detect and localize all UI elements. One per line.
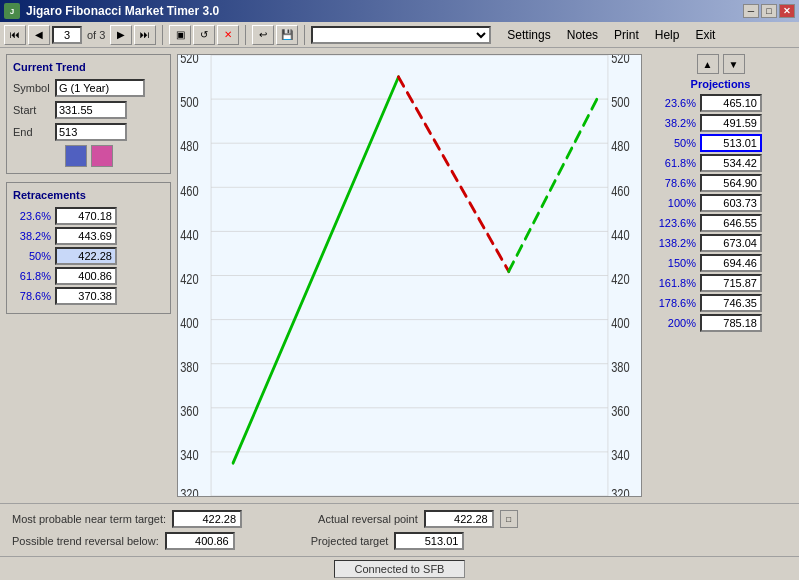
retrace-label-0: 23.6% <box>13 210 51 222</box>
retrace-value-4: 370.38 <box>55 287 117 305</box>
proj-row: 50% 513.01 <box>648 134 793 152</box>
proj-value-7: 673.04 <box>700 234 762 252</box>
separator-2 <box>245 25 246 45</box>
nav-prev-button[interactable]: ◀ <box>28 25 50 45</box>
toolbar-nav[interactable]: ⏮ ◀ of 3 ▶ ⏭ ▣ ↺ ✕ ↩ 💾 <box>4 25 491 45</box>
symbol-label: Symbol <box>13 82 55 94</box>
nav-next-button[interactable]: ▶ <box>110 25 132 45</box>
main-content: Current Trend Symbol Start End <box>0 48 799 580</box>
nav-first-button[interactable]: ⏮ <box>4 25 26 45</box>
minimize-button[interactable]: ─ <box>743 4 759 18</box>
proj-row: 61.8% 534.42 <box>648 154 793 172</box>
color-pink-btn[interactable] <box>91 145 113 167</box>
maximize-button[interactable]: □ <box>761 4 777 18</box>
retrace-row: 50% 422.28 <box>13 247 164 265</box>
svg-text:380: 380 <box>611 360 629 375</box>
proj-value-8: 694.46 <box>700 254 762 272</box>
projected-target-label: Projected target <box>311 535 389 547</box>
proj-label-0: 23.6% <box>648 97 696 109</box>
color-blue-btn[interactable] <box>65 145 87 167</box>
status-text: Connected to SFB <box>334 560 466 578</box>
svg-text:420: 420 <box>180 272 198 287</box>
proj-label-4: 78.6% <box>648 177 696 189</box>
title-bar-left: J Jigaro Fibonacci Market Timer 3.0 <box>4 3 219 19</box>
stop-btn[interactable]: ✕ <box>217 25 239 45</box>
proj-row: 23.6% 465.10 <box>648 94 793 112</box>
start-input[interactable] <box>55 101 127 119</box>
proj-value-6: 646.55 <box>700 214 762 232</box>
svg-text:360: 360 <box>611 404 629 419</box>
svg-text:460: 460 <box>180 183 198 198</box>
proj-value-11: 785.18 <box>700 314 762 332</box>
proj-title: Projections <box>648 78 793 90</box>
menu-print[interactable]: Print <box>606 26 647 44</box>
save-btn[interactable]: 💾 <box>276 25 298 45</box>
svg-text:440: 440 <box>180 228 198 243</box>
page-of-label: of 3 <box>87 29 105 41</box>
proj-value-4: 564.90 <box>700 174 762 192</box>
title-bar-controls[interactable]: ─ □ ✕ <box>743 4 795 18</box>
actual-reversal-item: Actual reversal point 422.28 □ <box>318 510 518 528</box>
retrace-value-0: 470.18 <box>55 207 117 225</box>
proj-value-3: 534.42 <box>700 154 762 172</box>
projected-target-value: 513.01 <box>394 532 464 550</box>
svg-text:460: 460 <box>611 183 629 198</box>
svg-text:440: 440 <box>611 228 629 243</box>
symbol-input[interactable] <box>55 79 145 97</box>
nav-dropdown[interactable] <box>311 26 491 44</box>
summary-row-2: Possible trend reversal below: 400.86 Pr… <box>12 532 787 550</box>
start-row: Start <box>13 101 164 119</box>
close-button[interactable]: ✕ <box>779 4 795 18</box>
separator-3 <box>304 25 305 45</box>
menu-notes[interactable]: Notes <box>559 26 606 44</box>
proj-label-1: 38.2% <box>648 117 696 129</box>
svg-text:400: 400 <box>180 316 198 331</box>
page-input[interactable] <box>52 26 82 44</box>
right-panel: ▲ ▼ Projections 23.6% 465.10 38.2% 491.5… <box>648 54 793 497</box>
retrace-label-3: 61.8% <box>13 270 51 282</box>
proj-down-btn[interactable]: ▼ <box>723 54 745 74</box>
menu-settings[interactable]: Settings <box>499 26 558 44</box>
actual-reversal-label: Actual reversal point <box>318 513 418 525</box>
reversal-below-label: Possible trend reversal below: <box>12 535 159 547</box>
proj-row: 38.2% 491.59 <box>648 114 793 132</box>
retrace-label-1: 38.2% <box>13 230 51 242</box>
svg-text:400: 400 <box>611 316 629 331</box>
proj-controls[interactable]: ▲ ▼ <box>648 54 793 74</box>
status-bar: Connected to SFB <box>0 556 799 580</box>
app-icon: J <box>4 3 20 19</box>
svg-text:320: 320 <box>180 487 198 496</box>
retrace-value-1: 443.69 <box>55 227 117 245</box>
svg-text:520: 520 <box>611 55 629 67</box>
retrace-row: 38.2% 443.69 <box>13 227 164 245</box>
svg-text:420: 420 <box>611 272 629 287</box>
proj-label-5: 100% <box>648 197 696 209</box>
proj-label-2: 50% <box>648 137 696 149</box>
start-label: Start <box>13 104 55 116</box>
actual-reversal-btn[interactable]: □ <box>500 510 518 528</box>
svg-text:380: 380 <box>180 360 198 375</box>
svg-text:340: 340 <box>611 448 629 463</box>
proj-label-11: 200% <box>648 317 696 329</box>
title-bar: J Jigaro Fibonacci Market Timer 3.0 ─ □ … <box>0 0 799 22</box>
proj-label-3: 61.8% <box>648 157 696 169</box>
proj-up-btn[interactable]: ▲ <box>697 54 719 74</box>
menu-items[interactable]: Settings Notes Print Help Exit <box>499 26 723 44</box>
retrace-value-3: 400.86 <box>55 267 117 285</box>
menu-exit[interactable]: Exit <box>687 26 723 44</box>
nav-last-button[interactable]: ⏭ <box>134 25 156 45</box>
end-input[interactable] <box>55 123 127 141</box>
current-trend-panel: Current Trend Symbol Start End <box>6 54 171 174</box>
near-term-item: Most probable near term target: 422.28 <box>12 510 242 528</box>
undo-btn[interactable]: ↩ <box>252 25 274 45</box>
proj-row: 150% 694.46 <box>648 254 793 272</box>
retrace-row: 78.6% 370.38 <box>13 287 164 305</box>
proj-value-9: 715.87 <box>700 274 762 292</box>
refresh-btn[interactable]: ↺ <box>193 25 215 45</box>
retrace-label-2: 50% <box>13 250 51 262</box>
summary-row-1: Most probable near term target: 422.28 A… <box>12 510 787 528</box>
menu-help[interactable]: Help <box>647 26 688 44</box>
proj-value-0: 465.10 <box>700 94 762 112</box>
view-btn[interactable]: ▣ <box>169 25 191 45</box>
app-title: Jigaro Fibonacci Market Timer 3.0 <box>26 4 219 18</box>
